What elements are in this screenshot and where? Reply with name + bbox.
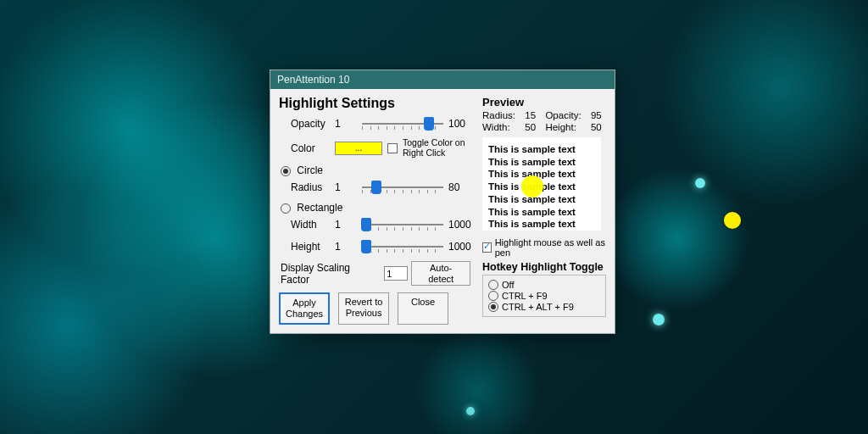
height-slider[interactable]: [362, 239, 443, 254]
preview-width-label: Width:: [482, 122, 520, 132]
toggle-color-checkbox[interactable]: [387, 143, 398, 153]
radius-slider-thumb[interactable]: [371, 181, 381, 194]
preview-opacity-value: 95: [591, 110, 606, 120]
height-max: 1000: [448, 241, 470, 253]
radius-slider[interactable]: [362, 180, 443, 195]
hotkey-group: Off CTRL + F9 CTRL + ALT + F9: [482, 275, 606, 317]
apply-changes-button[interactable]: Apply Changes: [279, 292, 330, 324]
height-min: 1: [335, 241, 357, 253]
bokeh-dot: [653, 314, 665, 326]
revert-button[interactable]: Revert to Previous: [338, 292, 389, 324]
preview-height-value: 50: [591, 122, 606, 132]
dsf-label: Display Scaling Factor: [281, 262, 381, 286]
width-label: Width: [291, 219, 330, 231]
radius-label: Radius: [291, 181, 330, 193]
preview-sample-line: This is sample text: [488, 193, 595, 206]
preview-meta: Radius: 15 Opacity: 95 Width: 50 Height:…: [482, 110, 606, 132]
hotkey-off-label: Off: [502, 280, 514, 290]
color-label: Color: [291, 142, 330, 154]
preview-canvas: This is sample text This is sample text …: [482, 137, 601, 231]
hotkey-ctrl-alt-f9-label: CTRL + ALT + F9: [502, 302, 574, 312]
bokeh-dot: [466, 407, 475, 415]
highlight-mouse-label: Highlight mouse as well as pen: [495, 237, 606, 258]
width-min: 1: [335, 219, 357, 231]
app-window: PenAttention 10 Highlight Settings Opaci…: [270, 70, 615, 334]
preview-sample-line: This is sample text: [488, 156, 595, 169]
window-title: PenAttention 10: [277, 74, 349, 86]
opacity-max: 100: [448, 118, 470, 130]
preview-highlight-dot: [521, 175, 543, 198]
width-max: 1000: [448, 219, 470, 231]
hotkey-off-radio[interactable]: [488, 280, 498, 290]
opacity-min: 1: [335, 118, 357, 130]
opacity-slider[interactable]: [362, 116, 443, 131]
preview-radius-label: Radius:: [482, 110, 520, 120]
shape-circle-label: Circle: [297, 164, 323, 176]
desktop-highlight-dot: [724, 212, 741, 229]
titlebar[interactable]: PenAttention 10: [270, 70, 615, 89]
auto-detect-button[interactable]: Auto-detect: [411, 261, 470, 286]
dsf-input[interactable]: [384, 266, 408, 281]
preview-sample-line: This is sample text: [488, 218, 595, 231]
shape-rectangle-label: Rectangle: [297, 202, 342, 214]
opacity-label: Opacity: [291, 118, 330, 130]
hotkey-ctrl-alt-f9-radio[interactable]: [488, 302, 498, 312]
highlight-mouse-checkbox[interactable]: [482, 242, 492, 253]
radius-min: 1: [335, 181, 357, 193]
hotkey-ctrl-f9-radio[interactable]: [488, 291, 498, 301]
width-slider[interactable]: [362, 217, 443, 232]
shape-rectangle-radio[interactable]: [281, 203, 291, 214]
height-slider-thumb[interactable]: [361, 240, 371, 253]
preview-width-value: 50: [525, 122, 540, 132]
preview-radius-value: 15: [525, 110, 540, 120]
preview-height-label: Height:: [545, 122, 586, 132]
preview-sample-line: This is sample text: [488, 206, 595, 219]
width-slider-thumb[interactable]: [361, 218, 371, 231]
height-label: Height: [291, 241, 330, 253]
color-swatch-text: ...: [355, 143, 362, 153]
color-swatch-button[interactable]: ...: [335, 142, 382, 155]
opacity-slider-thumb[interactable]: [424, 117, 434, 131]
preview-title: Preview: [482, 96, 606, 108]
shape-circle-radio[interactable]: [281, 166, 291, 176]
close-button[interactable]: Close: [398, 292, 448, 324]
page-title: Highlight Settings: [279, 96, 470, 111]
bokeh-dot: [695, 178, 705, 188]
radius-max: 80: [448, 181, 470, 193]
toggle-color-label: Toggle Color on Right Click: [403, 138, 470, 158]
preview-sample-line: This is sample text: [488, 143, 595, 156]
preview-sample-line: This is sample text: [488, 168, 595, 181]
preview-opacity-label: Opacity:: [545, 110, 586, 120]
hotkey-ctrl-f9-label: CTRL + F9: [502, 291, 548, 301]
hotkey-title: Hotkey Highlight Toggle: [482, 261, 606, 273]
